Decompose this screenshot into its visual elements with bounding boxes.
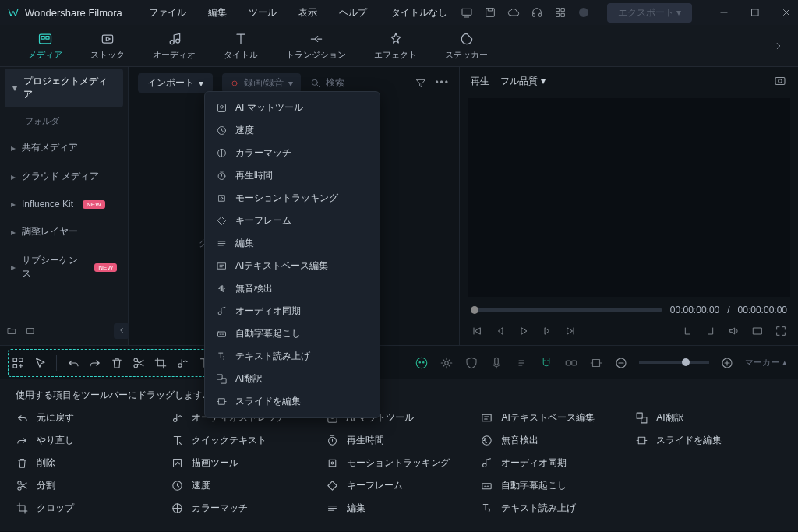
mark-in-icon[interactable] [681,325,694,337]
ctx-ai-matte[interactable]: AI マットツール [205,97,380,119]
tl-zoom-out-icon[interactable] [614,356,628,370]
menu-file[interactable]: ファイル [138,6,197,19]
tab-transition[interactable]: トランジション [272,31,360,61]
palette-item[interactable]: キーフレーム [326,479,473,492]
tl-undo-icon[interactable] [66,356,80,370]
palette-item[interactable]: 削除 [16,456,163,470]
prev-start-icon[interactable] [471,325,483,337]
minimize-icon[interactable] [719,7,729,18]
ctx-auto-caption[interactable]: 自動字幕起こし [205,322,380,345]
zoom-handle[interactable] [682,358,690,366]
tl-magnet-icon[interactable] [539,356,553,370]
sidebar-folder[interactable]: フォルダ [0,109,128,133]
menu-view[interactable]: 表示 [288,6,328,19]
tab-media[interactable]: メディア [14,31,76,61]
ctx-duration[interactable]: 再生時間 [205,164,380,187]
palette-item[interactable]: 分割 [16,479,163,492]
scrub-handle[interactable] [471,306,478,314]
cloud-icon[interactable] [507,6,520,19]
marker-dropdown[interactable]: マーカー ▴ [745,357,787,368]
palette-item[interactable]: 編集 [326,502,473,515]
palette-item[interactable]: カラーマッチ [171,502,318,515]
prev-end-icon[interactable] [564,325,577,337]
tl-ai-icon[interactable] [415,356,429,370]
snapshot-icon[interactable] [773,74,787,88]
tl-cursor-icon[interactable] [33,356,47,370]
mark-out-icon[interactable] [704,325,717,337]
sidebar-shared-media[interactable]: ▸ 共有メディア [0,133,128,162]
scrub-track[interactable] [471,308,662,312]
palette-item[interactable]: 元に戻す [16,411,163,425]
palette-item[interactable]: モーショントラッキング [326,456,473,470]
menu-edit[interactable]: 編集 [197,6,238,19]
ctx-speed[interactable]: 速度 [205,119,380,142]
sidebar-adjust-layer[interactable]: ▸ 調整レイヤー [0,217,128,246]
palette-item[interactable]: スライドを編集 [635,434,782,447]
tl-marker-icon[interactable] [589,356,603,370]
palette-item[interactable]: 速度 [171,479,318,492]
prev-back-icon[interactable] [494,325,507,337]
ctx-silence-detect[interactable]: 無音検出 [205,277,380,300]
tab-stock[interactable]: ストック [76,31,139,61]
headphones-icon[interactable] [531,6,543,19]
maximize-icon[interactable] [750,7,761,18]
ctx-keyframe[interactable]: キーフレーム [205,210,380,232]
ctx-motion-tracking[interactable]: モーショントラッキング [205,187,380,210]
palette-item[interactable]: クイックテキスト [171,434,318,447]
search-area[interactable]: 検索 [310,76,344,90]
palette-item[interactable]: AIテキストベース編集 [480,411,627,425]
bin-icon[interactable] [25,326,36,336]
palette-item[interactable]: やり直し [16,434,163,447]
tab-title[interactable]: タイトル [210,31,272,61]
more-icon[interactable]: ••• [435,77,450,90]
palette-item[interactable]: AI翻訳 [635,411,782,425]
sidebar-cloud-media[interactable]: ▸ クラウド メディア [0,162,128,191]
import-button[interactable]: インポート ▾ [138,73,213,93]
quality-dropdown[interactable]: フル品質▾ [500,75,546,88]
preview-canvas[interactable] [468,98,790,297]
ctx-edit-slide[interactable]: スライドを編集 [205,390,380,413]
tl-zoom-in-icon[interactable] [720,356,734,370]
ctx-tts[interactable]: テキスト読み上げ [205,345,380,368]
export-button[interactable]: エクスポート ▾ [607,3,692,23]
sidebar-influence-kit[interactable]: ▸ Influence Kit NEW [0,191,128,217]
palette-item[interactable]: 再生時間 [326,434,473,447]
tl-delete-icon[interactable] [110,356,124,370]
tl-link-icon[interactable] [564,356,578,370]
tl-crop-icon[interactable] [154,356,168,370]
palette-item[interactable]: 描画ツール [171,456,318,470]
tl-layout-icon[interactable] [11,356,25,370]
ctx-ai-text[interactable]: AIテキストベース編集 [205,255,380,277]
new-folder-icon[interactable] [6,326,17,336]
menu-tool[interactable]: ツール [238,6,288,19]
tab-sticker[interactable]: ステッカー [431,31,502,61]
collapse-sidebar-icon[interactable] [114,323,129,339]
prev-fwd-icon[interactable] [541,325,553,337]
menu-help[interactable]: ヘルプ [328,6,378,19]
tl-gear-icon[interactable] [440,356,454,370]
record-button[interactable]: 録画/録音 ▾ [222,73,301,93]
tl-mic-icon[interactable] [489,356,503,370]
palette-item[interactable]: クロップ [16,502,163,515]
apps-icon[interactable] [554,6,567,19]
save-icon[interactable] [484,6,496,19]
ctx-audio-sync[interactable]: オーディオ同期 [205,300,380,322]
palette-item[interactable]: テキスト読み上げ [480,502,627,515]
avatar-icon[interactable] [577,6,590,19]
tl-split-icon[interactable] [132,356,146,370]
device-icon[interactable] [461,6,473,19]
palette-item[interactable]: 無音検出 [480,434,627,447]
tl-audio-stretch-icon[interactable] [175,356,189,370]
tab-effect[interactable]: エフェクト [360,31,431,61]
ctx-ai-translate[interactable]: AI翻訳 [205,368,380,390]
filter-icon[interactable] [415,77,427,90]
tab-audio[interactable]: オーディオ [139,31,210,61]
ctx-edit[interactable]: 編集 [205,232,380,255]
capture-icon[interactable] [751,325,764,337]
play-icon[interactable] [517,325,530,337]
fullscreen-icon[interactable] [775,325,787,337]
palette-item[interactable]: 自動字幕起こし [480,479,627,492]
close-icon[interactable] [781,7,792,18]
tl-redo-icon[interactable] [88,356,102,370]
zoom-slider[interactable] [639,361,709,364]
